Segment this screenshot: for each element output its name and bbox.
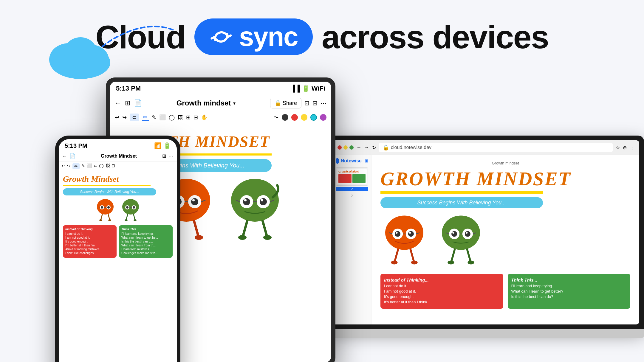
browser-menu[interactable]: ⋮	[630, 145, 634, 150]
laptop-red-item: It's good enough.	[384, 294, 500, 299]
browser-forward[interactable]: →	[364, 145, 369, 150]
phone-card-item: What can I learn to get be...	[121, 236, 170, 239]
phone-card-green-title: Think This...	[121, 228, 170, 231]
svg-point-60	[395, 231, 400, 237]
svg-point-28	[134, 219, 137, 221]
svg-point-55	[238, 235, 247, 240]
tablet-chevron-icon[interactable]: ▾	[233, 100, 236, 106]
tablet-lasso[interactable]: ⊂	[130, 114, 139, 121]
phone-signal: 📶 🔋	[154, 142, 171, 149]
phone-eraser[interactable]: ⬜	[87, 163, 92, 169]
svg-point-8	[101, 206, 103, 209]
sync-icon	[209, 25, 233, 49]
tablet-img[interactable]: 🖼	[178, 114, 183, 121]
phone-img[interactable]: 🖼	[106, 163, 110, 169]
phone-doc-icon[interactable]: 📄	[69, 153, 75, 159]
tablet-doc-icon[interactable]: 📄	[134, 99, 142, 107]
color-red[interactable]	[291, 114, 298, 121]
laptop-screen: ← → ↻ 🔒 cloud.notewise.dev ☆ ⊕ ⋮	[333, 140, 639, 324]
svg-line-53	[243, 221, 247, 236]
tablet-undo[interactable]: ↩	[115, 114, 119, 121]
phone-orange-brain	[95, 198, 116, 222]
phone-more-icon[interactable]: ⋯	[168, 153, 173, 159]
svg-line-26	[134, 215, 135, 220]
svg-line-14	[108, 215, 110, 220]
sidebar-thumbnail[interactable]: Growth Mindset 2	[336, 167, 368, 191]
phone-expand-icon[interactable]: ⊞	[162, 153, 166, 159]
tablet-fullscreen-icon[interactable]: ⊡	[304, 100, 309, 107]
devices-container: 5:13 PM 📶 🔋 ← 📄 Growth Mindset ⊞ ⋯ ↩ ↪ ✏…	[0, 77, 644, 362]
phone-marker[interactable]: ✎	[81, 163, 85, 169]
laptop-device: ← → ↻ 🔒 cloud.notewise.dev ☆ ⊕ ⋮	[328, 136, 644, 338]
phone-pen-icon[interactable]: ✏	[72, 163, 80, 169]
laptop-yellow-line	[380, 191, 543, 194]
tablet-pencil[interactable]: ✎	[152, 114, 156, 121]
notewise-label: Notewise	[341, 158, 362, 164]
browser-url-bar[interactable]: 🔒 cloud.notewise.dev	[379, 143, 613, 152]
tablet-back-icon[interactable]: ←	[115, 99, 121, 107]
svg-point-3	[64, 37, 97, 67]
phone-card-green: Think This... I'll learn and keep trying…	[119, 225, 173, 258]
svg-point-48	[244, 199, 247, 201]
laptop-green-brain	[437, 213, 485, 269]
phone-subheading: Success Begins With Believing You...	[63, 188, 156, 195]
browser-min-dot[interactable]	[343, 145, 348, 150]
phone-card-red: Instead of Thinking I cannot do it. I am…	[63, 225, 117, 258]
sync-badge: sync	[194, 18, 313, 55]
browser-max-dot[interactable]	[349, 145, 354, 150]
phone-share[interactable]: ⊟	[112, 163, 115, 169]
laptop-red-item: I cannot do it.	[384, 284, 500, 288]
color-cyan[interactable]	[310, 114, 317, 121]
laptop-red-item: I am not good at it.	[384, 289, 500, 293]
phone-green-brain	[120, 198, 141, 222]
browser-traffic-lights	[338, 145, 354, 150]
svg-point-21	[133, 206, 135, 209]
tablet-grid[interactable]: ⊞	[186, 114, 191, 121]
notewise-logo-icon	[336, 158, 339, 164]
browser-back[interactable]: ←	[357, 145, 361, 150]
tablet-copy-icon[interactable]: ⊟	[312, 100, 318, 107]
browser-close-dot[interactable]	[338, 145, 342, 150]
phone-card-item: Afraid of making mistakes.	[65, 248, 114, 251]
phone-back-icon[interactable]: ←	[62, 153, 67, 159]
tablet-pen[interactable]: ✏	[142, 114, 149, 121]
svg-point-42	[195, 235, 203, 240]
svg-point-76	[452, 232, 454, 234]
sidebar-grid-icon[interactable]: ⊞	[365, 159, 368, 163]
tablet-share-button[interactable]: 🔒 Share	[270, 98, 301, 108]
tablet-toolbar: ← ⊞ 📄 Growth mindset ▾ 🔒 Share ⊡ ⊟ ⋯	[110, 95, 331, 111]
laptop-heading: GROWTH MINDSET	[380, 168, 630, 190]
color-purple[interactable]	[320, 114, 326, 121]
laptop-card-red: Instead of Thinking... I cannot do it. I…	[380, 274, 503, 309]
tablet-wave-icon[interactable]: 〜	[273, 114, 279, 121]
color-yellow[interactable]	[301, 114, 307, 121]
phone-cards: Instead of Thinking I cannot do it. I am…	[63, 225, 173, 258]
svg-point-62	[396, 232, 397, 234]
tablet-hand[interactable]: ✋	[201, 114, 208, 121]
svg-point-43	[231, 179, 279, 222]
sync-badge-label: sync	[239, 21, 298, 52]
browser-ext[interactable]: ⊕	[623, 145, 627, 150]
tablet-sticker[interactable]: ⊟	[193, 114, 198, 121]
tablet-more-icon[interactable]: ⋯	[321, 100, 326, 107]
tablet-tools: ↩ ↪ ⊂ ✏ ✎ ⬜ ◯ 🖼 ⊞ ⊟ ✋ 〜	[110, 111, 331, 124]
laptop-doc-title-bar: Growth mindset	[380, 161, 630, 165]
phone-shape[interactable]: ◯	[99, 163, 104, 169]
laptop-app-content: Notewise ⊞ Growth Mindset	[333, 155, 639, 324]
tablet-redo[interactable]: ↪	[122, 114, 127, 121]
browser-reload[interactable]: ↻	[372, 145, 376, 150]
phone-lasso[interactable]: ⊂	[94, 163, 97, 169]
phone-redo[interactable]: ↪	[67, 163, 71, 169]
tablet-grid-icon[interactable]: ⊞	[125, 99, 130, 107]
color-black[interactable]	[282, 114, 288, 121]
tablet-eraser[interactable]: ⬜	[159, 114, 166, 121]
phone-card-item: I'll learn and keep trying.	[121, 232, 170, 235]
phone-card-item: What can I learn from th...	[121, 244, 170, 247]
header-suffix: across devices	[322, 18, 549, 56]
browser-star[interactable]: ☆	[616, 145, 620, 150]
laptop-bezel: ← → ↻ 🔒 cloud.notewise.dev ☆ ⊕ ⋮	[328, 136, 644, 329]
phone-undo[interactable]: ↩	[62, 163, 65, 169]
phone-status-bar: 5:13 PM 📶 🔋	[59, 139, 177, 151]
svg-line-82	[467, 249, 470, 261]
tablet-shape[interactable]: ◯	[169, 114, 175, 121]
